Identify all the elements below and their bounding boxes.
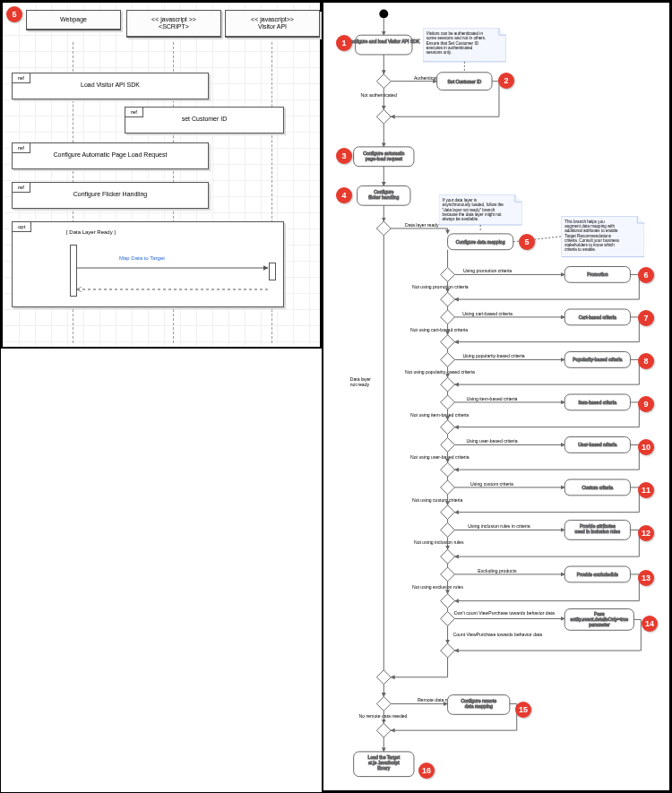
- badge-11: 11: [638, 482, 654, 498]
- decision-remote: [376, 697, 391, 711]
- svg-text:Configure automaticpage-load r: Configure automaticpage-load request: [363, 151, 404, 161]
- svg-text:Provide attributesused in incl: Provide attributesused in inclusion rule…: [575, 523, 621, 534]
- node-user-criteria: User-based criteria: [564, 437, 630, 453]
- lane-webpage: Webpage: [26, 10, 121, 30]
- sequence-diagram: Webpage << javascript >><SCRIPT> << java…: [1, 1, 322, 349]
- lbl-nuubc: Not using user-based criteria: [410, 454, 470, 460]
- node-cart-criteria: Cart-based criteria: [564, 309, 630, 325]
- frag-cfg-auto: ref Configure Automatic Page Load Reques…: [12, 142, 209, 169]
- frag-label-cfg-flicker: Configure Flicker Handling: [13, 191, 208, 197]
- opt-guard: [ Data Layer Ready ]: [66, 229, 116, 235]
- lane-head-script: << javascript >><SCRIPT>: [127, 11, 220, 37]
- lane-head-visitor-api: << javascript>>Visitor API: [226, 11, 319, 37]
- badge-4: 4: [336, 187, 352, 203]
- decision-auth: [376, 74, 391, 89]
- lbl-ucc: Using custom criteria: [470, 481, 513, 487]
- frag-opt: opt [ Data Layer Ready ]: [12, 221, 284, 307]
- flowchart: Configure and load Visitor API SDK Authe…: [322, 1, 671, 792]
- node-load-atjs: Load the Targetat.js JavaScriptlibrary: [354, 752, 414, 777]
- decision-viewpurchase: [441, 612, 455, 626]
- initial-node: [379, 9, 388, 18]
- svg-text:Configure and load
Visitor API: Configure and load Visitor API SDK: [348, 39, 420, 44]
- svg-marker-78: [441, 594, 455, 608]
- badge-8: 8: [638, 353, 654, 369]
- node-inclusion-rules: Provide attributesused in inclusion rule…: [564, 521, 630, 540]
- node-set-customer-id: Set Customer ID: [437, 73, 492, 91]
- node-cfg-data-mapping: Configure data mapping: [448, 234, 513, 250]
- frag-label-cfg-auto: Configure Automatic Page Load Request: [13, 151, 208, 158]
- lbl-uubc: Using user-based criteria: [467, 438, 518, 444]
- frag-label-load-sdk: Load Visitor API SDK: [13, 82, 208, 88]
- svg-marker-48: [441, 377, 455, 392]
- diagram-canvas: 5 Webpage << javascript >><SCRIPT> << ja…: [0, 0, 672, 793]
- lbl-nuex: Not using exclusion rules: [412, 584, 463, 590]
- decision-data-layer: [376, 221, 391, 236]
- node-excludedids: Provide excludedIds: [564, 566, 630, 582]
- decision-popularity: [441, 353, 455, 367]
- svg-marker-66: [441, 505, 455, 520]
- lbl-dcvp: Don't count ViewPurchase towards behavio…: [454, 610, 555, 616]
- decision-custom: [441, 480, 455, 495]
- lbl-nuir: Not using inclusion rules: [414, 539, 464, 545]
- merge-auth: [376, 109, 391, 124]
- lbl-uir: Using inclusion rules in criteria: [468, 523, 530, 529]
- lbl-not-authenticated: Not authenticated: [361, 92, 397, 98]
- svg-marker-36: [441, 292, 455, 306]
- svg-text:Provide excludedIds: Provide excludedIds: [577, 572, 619, 577]
- badge-15: 15: [515, 702, 531, 718]
- lbl-dlr: Data layer ready: [405, 222, 439, 228]
- lbl-ucbc: Using cart-based criteria: [462, 311, 513, 316]
- svg-text:Configure remotedata mapping: Configure remotedata mapping: [461, 698, 496, 709]
- frag-label-set-customer: set Customer ID: [125, 116, 283, 122]
- lbl-nupbc: Not using popularity-based criteria: [405, 369, 475, 375]
- flowchart-svg: Configure and load Visitor API SDK Authe…: [323, 3, 669, 790]
- svg-marker-84: [441, 643, 455, 658]
- node-popularity-criteria: Popularity-based criteria: [564, 352, 630, 368]
- badge-2: 2: [498, 73, 514, 89]
- frag-load-sdk: ref Load Visitor API SDK: [12, 73, 209, 99]
- lane-script: << javascript >><SCRIPT>: [126, 10, 221, 38]
- note-auth: Visitors can be authenticated insome ses…: [423, 28, 506, 62]
- badge-1: 1: [336, 35, 352, 51]
- seq-badge-5: 5: [6, 6, 22, 22]
- activation-visitor-api: [269, 263, 276, 280]
- svg-text:Set Customer ID: Set Customer ID: [447, 79, 481, 84]
- frag-cfg-flicker: ref Configure Flicker Handling: [12, 182, 209, 209]
- decision-exclusion: [441, 567, 455, 582]
- lbl-upc: Using promotion criteria: [463, 268, 512, 273]
- node-remote-mapping: Configure remotedata mapping: [448, 695, 510, 715]
- svg-marker-90: [376, 723, 391, 737]
- lbl-upbc: Using popularity-based criteria: [462, 353, 524, 358]
- note-datalayer: If your data layer isasynchronously load…: [439, 194, 522, 225]
- decision-promotion: [441, 267, 455, 281]
- badge-12: 12: [638, 525, 654, 541]
- lbl-uibc: Using item-based criteria: [467, 396, 518, 401]
- svg-text:Item-based criteria: Item-based criteria: [579, 400, 617, 405]
- lbl-cvp: Count ViewPurchase towards behavior data: [453, 632, 543, 637]
- svg-text:User-based criteria: User-based criteria: [578, 442, 616, 447]
- activation-webpage: [70, 245, 77, 297]
- lane-visitor-api: << javascript>>Visitor API: [225, 10, 320, 38]
- lane-head-webpage: Webpage: [27, 11, 120, 30]
- decision-inclusion: [441, 523, 455, 538]
- badge-13: 13: [638, 570, 654, 586]
- note-branch: This branch helps youaugment data mappin…: [561, 216, 644, 257]
- node-promotion: Promotion: [564, 267, 630, 283]
- lbl-nuibc: Not using item-based criteria: [410, 412, 469, 418]
- lbl-exc: Excluding products: [478, 568, 517, 573]
- svg-text:Promotion: Promotion: [587, 272, 608, 277]
- badge-5: 5: [519, 234, 535, 250]
- lbl-nucc: Not using custom criteria: [412, 497, 463, 503]
- node-configure-sdk: Configure and load Visitor API SDK: [348, 35, 420, 55]
- lbl-nupc: Not using promotion criteria: [412, 284, 469, 289]
- decision-item: [441, 395, 455, 409]
- badge-7: 7: [638, 310, 654, 326]
- svg-marker-54: [441, 420, 455, 435]
- frag-tag-opt: opt: [13, 222, 31, 232]
- decision-cart: [441, 310, 455, 324]
- map-data-label: Map Data to Target: [119, 255, 165, 261]
- lbl-nucbc: Not using cart-based criteria: [410, 327, 468, 332]
- node-detailsonly: Passentity.event.detailsOnly=trueparamet…: [564, 609, 633, 631]
- frag-set-customer: ref set Customer ID: [125, 107, 284, 134]
- badge-10: 10: [638, 439, 654, 455]
